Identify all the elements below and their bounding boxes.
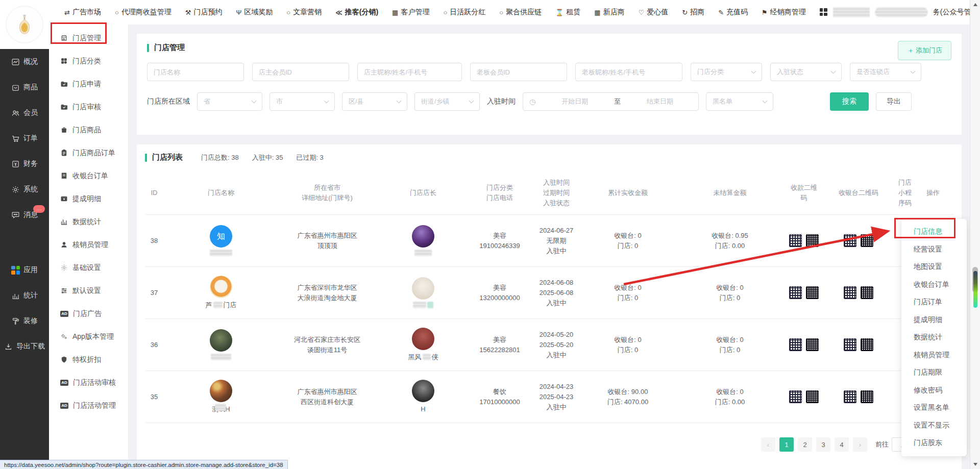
end-date-placeholder[interactable]: 结束日期 [628,97,692,106]
qr-logo-icon[interactable] [789,286,802,299]
menu-item-map-settings[interactable]: 地图设置 [901,258,967,276]
rail-item-decorate[interactable]: 装修 [0,308,49,334]
menu-item-store-term[interactable]: 门店期限 [901,364,967,382]
sidebar-item-store-goods[interactable]: 门店商品 [49,118,128,141]
sidebar-item-cashier-orders[interactable]: 收银台订单 [49,164,128,187]
scroll-down-icon[interactable] [973,463,977,466]
owner-member-id-input[interactable] [252,63,349,81]
sidebar-item-store-manage[interactable]: 门店管理 [49,27,128,50]
browser-scrollbar[interactable] [970,0,980,469]
qr-logo-icon[interactable] [844,390,856,403]
menu-item-change-password[interactable]: 修改密码 [901,382,967,400]
nav-article-marketing[interactable]: ○文章营销 [286,8,322,17]
menu-item-store-info[interactable]: 门店信息 [901,223,967,241]
sidebar-item-basic-settings[interactable]: 基础设置 [49,256,128,279]
rail-item-export-download[interactable]: 导出下载 [0,334,49,359]
sidebar-item-store-activity-mgmt[interactable]: AD门店活动管理 [49,394,128,417]
rail-item-members[interactable]: 会员 [0,100,49,126]
qr-code-icon[interactable] [861,286,873,299]
nav-leasing[interactable]: ⌛租赁 [555,8,580,17]
apps-grid-icon[interactable] [820,8,828,16]
rail-item-goods[interactable]: 商品 [0,75,49,100]
district-select[interactable]: 区/县 [342,92,407,111]
store-name-input[interactable] [147,63,244,81]
sidebar-item-store-apply[interactable]: 门店申请 [49,72,128,95]
page-button-4[interactable]: 4 [835,437,849,452]
nav-store-booking[interactable]: ⚒门店预约 [185,8,223,17]
qr-logo-icon[interactable] [844,338,856,351]
city-select[interactable]: 市 [270,92,335,111]
owner-nickname-input[interactable] [357,63,462,81]
sidebar-item-default-settings[interactable]: 默认设置 [49,279,128,302]
qr-logo-icon[interactable] [844,286,856,299]
page-button-2[interactable]: 2 [798,437,812,452]
qr-code-icon[interactable] [806,286,819,299]
qr-logo-icon[interactable] [789,390,802,403]
rail-item-finance[interactable]: 财务 [0,151,49,177]
store-category-select[interactable]: 门店分类 [691,63,762,81]
rail-item-system[interactable]: 系统 [0,177,49,202]
menu-item-commission-detail[interactable]: 提成明细 [901,311,967,329]
menu-item-set-hidden[interactable]: 设置不显示 [901,417,967,435]
menu-item-store-orders[interactable]: 门店订单 [901,293,967,311]
sidebar-item-verifier-mgmt[interactable]: 核销员管理 [49,233,128,256]
nav-agent-revenue[interactable]: ○代理商收益管理 [115,8,172,17]
sidebar-item-store-goods-orders[interactable]: 门店商品订单 [49,141,128,164]
rail-item-stats[interactable]: 统计 [0,283,49,308]
nav-love-value[interactable]: ♡爱心值 [639,8,669,17]
sidebar-item-store-category[interactable]: 门店分类 [49,50,128,72]
entry-status-select[interactable]: 入驻状态 [770,63,842,81]
sidebar-item-data-stats[interactable]: 数据统计 [49,210,128,233]
menu-item-business-settings[interactable]: 经营设置 [901,241,967,259]
menu-item-store-shareholder[interactable]: 门店股东 [901,434,967,452]
rail-item-messages[interactable]: 消息... [0,202,49,228]
nav-recharge-code[interactable]: ✎充值码 [718,8,748,17]
rail-item-apps[interactable]: 应用 [0,257,49,283]
prev-page-button[interactable]: ‹ [761,437,775,452]
qr-code-icon[interactable] [806,338,819,351]
search-button[interactable]: 搜索 [830,92,869,111]
page-button-1[interactable]: 1 [779,437,794,452]
qr-code-icon[interactable] [861,234,873,247]
qr-logo-icon[interactable] [789,338,802,351]
date-range-input[interactable]: ◷ 开始日期 至 结束日期 [523,92,699,111]
province-select[interactable]: 省 [197,92,262,111]
nav-customer-mgmt[interactable]: ▦客户管理 [392,8,429,17]
menu-item-verifier-mgmt[interactable]: 核销员管理 [901,347,967,364]
menu-item-set-blacklist[interactable]: 设置黑名单 [901,399,967,417]
nav-ad-market[interactable]: ⇄广告市场 [64,8,101,17]
nav-region-reward[interactable]: Ψ区域奖励 [236,8,273,17]
export-button[interactable]: 导出 [876,92,912,111]
nav-tuike-distribution[interactable]: ≪推客(分销) [335,8,378,17]
nav-investment[interactable]: ↻招商 [682,8,704,17]
boss-member-id-input[interactable] [470,63,567,81]
brand-avatar[interactable] [6,6,43,43]
nav-new-store-merchant[interactable]: ▦新店商 [594,8,624,17]
nav-dealer-mgmt[interactable]: ⚑经销商管理 [762,8,806,17]
scroll-up-icon[interactable] [973,3,977,6]
qr-code-icon[interactable] [861,338,873,351]
qr-code-icon[interactable] [806,234,819,247]
sidebar-item-commission-detail[interactable]: 提成明细 [49,187,128,210]
page-button-3[interactable]: 3 [816,437,830,452]
menu-item-data-stats[interactable]: 数据统计 [901,329,967,347]
rail-item-orders[interactable]: 订单 [0,126,49,151]
qr-code-icon[interactable] [861,390,873,403]
sidebar-item-store-review[interactable]: 门店审核 [49,95,128,118]
start-date-placeholder[interactable]: 开始日期 [543,97,607,106]
menu-item-cashier-orders[interactable]: 收银台订单 [901,276,967,294]
blacklist-select[interactable]: 黑名单 [706,92,773,111]
nav-aggregate-supply-chain[interactable]: ○聚合供应链 [499,8,542,17]
sidebar-item-app-version[interactable]: App版本管理 [49,325,128,348]
chain-store-select[interactable]: 是否连锁店 [850,63,921,81]
nav-daily-active-dividend[interactable]: ○日活跃分红 [443,8,485,17]
sidebar-item-store-activity-review[interactable]: AD门店活动审核 [49,371,128,394]
sidebar-item-store-ads[interactable]: AD门店广告 [49,302,128,325]
sidebar-item-privilege-discount[interactable]: 特权折扣 [49,348,128,371]
qr-logo-icon[interactable] [789,234,802,247]
qr-code-icon[interactable] [806,390,819,403]
next-page-button[interactable]: › [853,437,867,452]
qr-logo-icon[interactable] [844,234,856,247]
rail-item-overview[interactable]: 概况 [0,49,49,75]
boss-nickname-input[interactable] [575,63,682,81]
